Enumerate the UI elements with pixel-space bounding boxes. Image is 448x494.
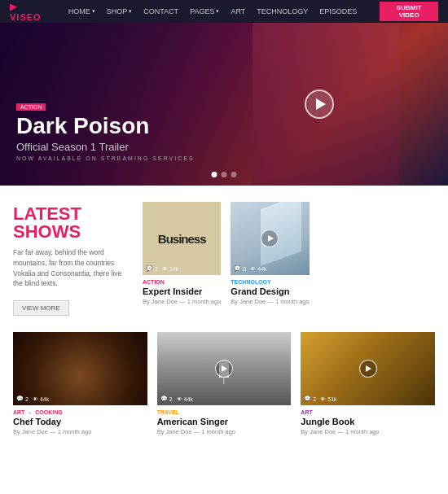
card-comment-count-singer: 💬 2 — [160, 396, 173, 402]
card-title-chef-today[interactable]: Chef Today — [13, 417, 147, 426]
card-jungle-book: 💬 2 👁 51k ART Jungle Book By Jane Doe — … — [301, 332, 435, 435]
card-stats-overlay: 💬 2 👁 14k — [146, 265, 178, 272]
card-image-american-singer[interactable]: 💬 2 👁 44k — [157, 332, 292, 405]
bottom-cards-row: 💬 2 👁 44k ART COOKING Chef Today By Jane… — [13, 332, 435, 435]
nav-item-art[interactable]: ART — [231, 7, 245, 15]
card-view-count-chef: 👁 44k — [33, 396, 49, 402]
category-dot — [29, 412, 31, 414]
card-title-american-singer[interactable]: American Singer — [157, 417, 292, 426]
nav-item-pages[interactable]: PAGES ▾ — [190, 7, 219, 15]
navbar: ▶ VISEO HOME ▾ SHOP ▾ CONTACT PAGES ▾ AR… — [0, 0, 448, 23]
card-view-count-jungle: 👁 51k — [320, 396, 336, 402]
card-category-art-cooking: ART COOKING — [13, 409, 147, 415]
hero-title: Dark Poison — [16, 114, 432, 139]
card-play-button-jungle[interactable] — [359, 360, 377, 378]
hero-dot-1[interactable] — [212, 172, 217, 177]
hero-subtitle: Official Season 1 Trailer — [16, 141, 432, 153]
card-image-expert-insider[interactable]: 💬 2 👁 14k — [143, 202, 221, 275]
card-thumbnail-chef — [13, 332, 147, 405]
card-grand-design: 💬 0 👁 44k TECHNOLOGY Grand Design By Jan… — [231, 202, 309, 316]
card-image-chef-today[interactable]: 💬 2 👁 44k — [13, 332, 147, 405]
card-title-jungle-book[interactable]: Jungle Book — [301, 417, 435, 426]
card-byline-expert-insider: By Jane Doe — 1 month ago — [143, 298, 221, 305]
card-category-art: ART — [301, 409, 435, 415]
card-byline-chef-today: By Jane Doe — 1 month ago — [13, 428, 147, 435]
nav-item-home[interactable]: HOME ▾ — [68, 7, 95, 15]
top-cards-grid: 💬 2 👁 14k ACTION Expert Insider By Jane … — [143, 202, 310, 316]
card-chef-today: 💬 2 👁 44k ART COOKING Chef Today By Jane… — [13, 332, 147, 435]
latest-section: LATEST SHOWS Far far away, behind the wo… — [13, 202, 435, 316]
latest-description: Far far away, behind the word mountains,… — [13, 247, 131, 289]
card-byline-jungle-book: By Jane Doe — 1 month ago — [301, 428, 435, 435]
hero-dots — [212, 172, 237, 177]
card-info-expert-insider: ACTION Expert Insider By Jane Doe — 1 mo… — [143, 275, 221, 305]
chevron-down-icon: ▾ — [92, 8, 95, 15]
card-title-expert-insider[interactable]: Expert Insider — [143, 286, 221, 296]
card-american-singer: 💬 2 👁 44k TRAVEL American Singer By Jane… — [157, 332, 292, 435]
hero-dot-2[interactable] — [222, 172, 227, 177]
hero-content: ACTION Dark Poison Official Season 1 Tra… — [16, 98, 432, 161]
nav-item-shop[interactable]: SHOP ▾ — [107, 7, 133, 15]
view-more-button[interactable]: View More — [13, 300, 69, 316]
nav-item-contact[interactable]: CONTACT — [143, 7, 178, 15]
card-play-button-singer[interactable] — [215, 360, 233, 378]
hero-tag: ACTION — [16, 103, 46, 111]
hero-banner: ACTION Dark Poison Official Season 1 Tra… — [0, 23, 448, 186]
logo-v: ▶ — [10, 2, 17, 11]
card-category-travel: TRAVEL — [157, 409, 292, 415]
card-image-grand-design[interactable]: 💬 0 👁 44k — [231, 202, 309, 275]
card-info-american-singer: TRAVEL American Singer By Jane Doe — 1 m… — [157, 405, 292, 435]
card-view-count: 👁 14k — [162, 266, 178, 272]
latest-text-block: LATEST SHOWS Far far away, behind the wo… — [13, 202, 131, 316]
card-info-jungle-book: ART Jungle Book By Jane Doe — 1 month ag… — [301, 405, 435, 435]
logo[interactable]: ▶ VISEO — [10, 2, 51, 22]
latest-label: LATEST — [13, 205, 131, 223]
card-byline-grand-design: By Jane Doe — 1 month ago — [231, 298, 309, 305]
card-view-count-singer: 👁 44k — [177, 396, 193, 402]
shows-label: SHOWS — [13, 223, 131, 241]
card-play-button-design[interactable] — [261, 230, 279, 247]
chevron-down-icon: ▾ — [216, 8, 219, 15]
card-thumbnail-business — [143, 202, 221, 275]
card-comment-count-chef: 💬 2 — [16, 396, 29, 402]
card-stats-overlay-design: 💬 0 👁 44k — [234, 265, 266, 272]
card-image-jungle-book[interactable]: 💬 2 👁 51k — [301, 332, 435, 405]
card-byline-american-singer: By Jane Doe — 1 month ago — [157, 428, 292, 435]
chevron-down-icon: ▾ — [129, 8, 132, 15]
card-expert-insider: 💬 2 👁 14k ACTION Expert Insider By Jane … — [143, 202, 221, 316]
main-content: LATEST SHOWS Far far away, behind the wo… — [0, 186, 448, 452]
nav-item-episodes[interactable]: EPISODES — [319, 7, 357, 15]
card-stats-overlay-singer: 💬 2 👁 44k — [160, 396, 193, 402]
card-comment-count: 💬 2 — [146, 265, 158, 272]
card-category-action: ACTION — [143, 279, 221, 285]
card-stats-overlay-chef: 💬 2 👁 44k — [16, 396, 49, 402]
card-info-grand-design: TECHNOLOGY Grand Design By Jane Doe — 1 … — [231, 275, 309, 305]
hero-dot-3[interactable] — [231, 172, 237, 177]
card-view-count-design: 👁 44k — [250, 266, 266, 272]
card-title-grand-design[interactable]: Grand Design — [231, 286, 309, 296]
card-stats-overlay-jungle: 💬 2 👁 51k — [304, 396, 336, 402]
card-info-chef-today: ART COOKING Chef Today By Jane Doe — 1 m… — [13, 405, 147, 435]
card-comment-count-design: 💬 0 — [234, 265, 246, 272]
submit-video-button[interactable]: Submit Video — [380, 2, 438, 21]
nav-item-technology[interactable]: TECHNOLOGY — [257, 7, 308, 15]
card-category-technology: TECHNOLOGY — [231, 279, 309, 285]
hero-streaming-text: NOW AVAILABLE ON STREAMING SERVICES — [16, 155, 432, 161]
card-comment-count-jungle: 💬 2 — [304, 396, 316, 402]
